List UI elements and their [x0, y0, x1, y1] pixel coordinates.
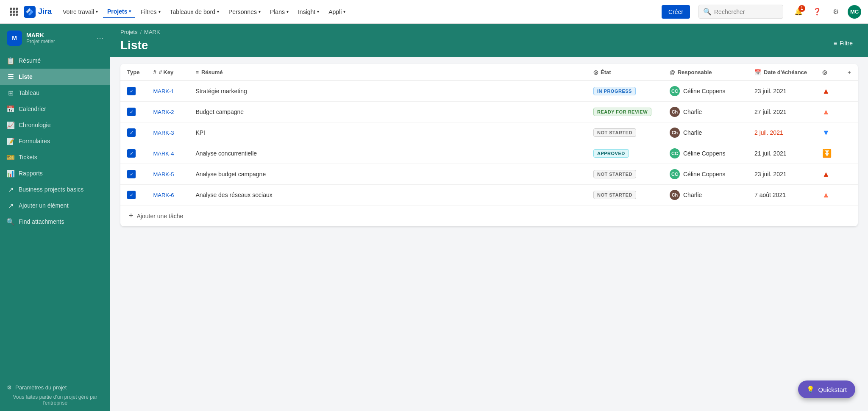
- task-key[interactable]: MARK-2: [153, 109, 174, 115]
- filter-button[interactable]: ≡ Filtre: [829, 37, 858, 49]
- due-date: 21 juil. 2021: [754, 150, 787, 157]
- task-key[interactable]: MARK-1: [153, 88, 174, 94]
- breadcrumb-separator: /: [140, 29, 142, 35]
- nav-votre-travail[interactable]: Votre travail ▾: [58, 6, 102, 18]
- task-table-container: Type ## Key ≡Résumé ◎État @Responsable: [120, 64, 858, 226]
- user-avatar[interactable]: MC: [848, 5, 861, 19]
- sidebar-footer-text: Vous faites partie d'un projet géré par …: [7, 394, 103, 406]
- cell-summary[interactable]: Analyse budget campagne: [189, 164, 587, 185]
- sidebar-item-chronologie[interactable]: 📈 Chronologie: [0, 117, 110, 133]
- cell-key[interactable]: MARK-1: [146, 81, 189, 102]
- cell-status[interactable]: NOT STARTED: [587, 122, 663, 143]
- sidebar-item-ajouter[interactable]: ↗ Ajouter un élément: [0, 197, 110, 214]
- task-key[interactable]: MARK-4: [153, 150, 174, 157]
- status-badge[interactable]: NOT STARTED: [593, 170, 636, 178]
- content-header: Projets / MARK Liste ≡ Filtre: [110, 24, 868, 57]
- main-layout: M MARK Projet métier ⋯ 📋 Résumé ☰ Liste …: [0, 24, 868, 411]
- col-header-date: 📅Date d'échéance: [748, 64, 815, 81]
- task-key[interactable]: MARK-6: [153, 192, 174, 198]
- create-button[interactable]: Créer: [662, 5, 690, 19]
- assignee-cell: Ch Charlie: [670, 190, 741, 200]
- assignee-cell: Ch Charlie: [670, 107, 741, 117]
- nav-filtres[interactable]: Filtres ▾: [136, 6, 164, 18]
- due-date: 23 juil. 2021: [754, 88, 787, 94]
- nav-tableaux[interactable]: Tableaux de bord ▾: [166, 6, 223, 18]
- sidebar: M MARK Projet métier ⋯ 📋 Résumé ☰ Liste …: [0, 24, 110, 411]
- avatar: CC: [670, 148, 680, 158]
- due-date: 27 juil. 2021: [754, 108, 787, 115]
- cell-summary[interactable]: Stratégie marketing: [189, 81, 587, 102]
- table-row: ✓MARK-6Analyse des réseaux sociauxNOT ST…: [120, 185, 858, 206]
- notifications-button[interactable]: 🔔 1: [792, 5, 805, 19]
- status-badge[interactable]: IN PROGRESS: [593, 87, 636, 95]
- page-title: Liste: [120, 39, 148, 52]
- cell-summary[interactable]: Analyse des réseaux sociaux: [189, 185, 587, 206]
- nav-projets[interactable]: Projets ▾: [103, 6, 135, 18]
- cell-summary[interactable]: Budget campagne: [189, 102, 587, 122]
- cell-key[interactable]: MARK-2: [146, 102, 189, 122]
- chevron-down-icon: ▾: [317, 9, 319, 14]
- sidebar-item-tickets[interactable]: 🎫 Tickets: [0, 149, 110, 165]
- sidebar-item-tableau[interactable]: ⊞ Tableau: [0, 85, 110, 101]
- cell-actions: [841, 164, 858, 185]
- chevron-down-icon: ▾: [159, 9, 161, 14]
- status-badge[interactable]: READY FOR REVIEW: [593, 108, 651, 116]
- add-task-icon: +: [129, 211, 134, 220]
- cell-priority: ⏬: [815, 143, 841, 164]
- sidebar-item-liste[interactable]: ☰ Liste: [0, 69, 110, 85]
- cell-status[interactable]: IN PROGRESS: [587, 81, 663, 102]
- priority-icon: ⏬: [822, 149, 832, 158]
- sidebar-item-resume[interactable]: 📋 Résumé: [0, 53, 110, 69]
- chevron-down-icon: ▾: [217, 9, 219, 14]
- search-bar[interactable]: 🔍: [698, 5, 783, 19]
- cell-actions: [841, 81, 858, 102]
- table-body: ✓MARK-1Stratégie marketingIN PROGRESS CC…: [120, 81, 858, 206]
- cell-key[interactable]: MARK-3: [146, 122, 189, 143]
- cell-actions: [841, 143, 858, 164]
- assignee-name: Charlie: [683, 192, 702, 198]
- status-badge[interactable]: NOT STARTED: [593, 191, 636, 199]
- nav-personnes[interactable]: Personnes ▾: [224, 6, 265, 18]
- nav-insight[interactable]: Insight ▾: [294, 6, 323, 18]
- jira-logo[interactable]: Jira: [24, 6, 52, 18]
- topnav-actions: 🔔 1 ❓ ⚙ MC: [792, 5, 861, 19]
- grid-menu-icon[interactable]: [7, 5, 20, 19]
- cell-status[interactable]: NOT STARTED: [587, 185, 663, 206]
- sidebar-settings-item[interactable]: ⚙ Paramètres du projet: [7, 381, 103, 394]
- settings-button[interactable]: ⚙: [829, 5, 843, 19]
- sidebar-item-formulaires[interactable]: 📝 Formulaires: [0, 133, 110, 149]
- search-input[interactable]: [714, 8, 778, 15]
- cell-date: 2 juil. 2021: [748, 122, 815, 143]
- add-element-icon: ↗: [7, 202, 14, 209]
- sidebar-item-calendrier[interactable]: 📅 Calendrier: [0, 101, 110, 117]
- project-name: MARK: [26, 32, 92, 39]
- cell-key[interactable]: MARK-5: [146, 164, 189, 185]
- avatar: Ch: [670, 190, 680, 200]
- sidebar-item-attachments[interactable]: 🔍 Find attachments: [0, 214, 110, 230]
- col-header-add[interactable]: +: [841, 64, 858, 81]
- add-task-button[interactable]: + Ajouter une tâche: [120, 205, 858, 226]
- cell-assignee: Ch Charlie: [663, 102, 748, 122]
- sidebar-settings-icon[interactable]: ⋯: [97, 34, 103, 42]
- breadcrumb-mark[interactable]: MARK: [144, 29, 160, 35]
- sidebar-item-business-basics[interactable]: ↗ Business projects basics: [0, 181, 110, 197]
- cell-key[interactable]: MARK-4: [146, 143, 189, 164]
- breadcrumb-projets[interactable]: Projets: [120, 29, 137, 35]
- quickstart-button[interactable]: 💡 Quickstart: [798, 380, 855, 398]
- nav-appli[interactable]: Appli ▾: [324, 6, 350, 18]
- cell-status[interactable]: NOT STARTED: [587, 164, 663, 185]
- nav-plans[interactable]: Plans ▾: [266, 6, 293, 18]
- status-badge[interactable]: NOT STARTED: [593, 128, 636, 137]
- cell-summary[interactable]: Analyse concurrentielle: [189, 143, 587, 164]
- task-type-icon: ✓: [127, 87, 136, 95]
- assignee-name: Céline Coppens: [683, 88, 726, 94]
- cell-key[interactable]: MARK-6: [146, 185, 189, 206]
- task-key[interactable]: MARK-5: [153, 171, 174, 178]
- task-key[interactable]: MARK-3: [153, 130, 174, 136]
- cell-status[interactable]: APPROVED: [587, 143, 663, 164]
- cell-summary[interactable]: KPI: [189, 122, 587, 143]
- status-badge[interactable]: APPROVED: [593, 149, 629, 158]
- cell-status[interactable]: READY FOR REVIEW: [587, 102, 663, 122]
- help-button[interactable]: ❓: [810, 5, 824, 19]
- sidebar-item-rapports[interactable]: 📊 Rapports: [0, 165, 110, 181]
